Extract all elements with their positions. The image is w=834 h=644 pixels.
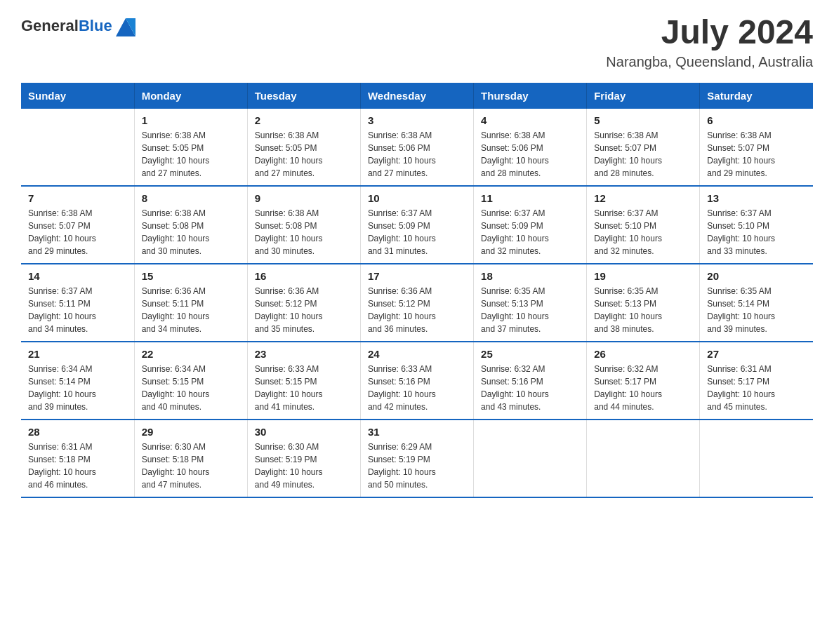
calendar-cell: 6Sunrise: 6:38 AM Sunset: 5:07 PM Daylig… bbox=[700, 109, 813, 186]
day-number: 30 bbox=[255, 426, 353, 438]
day-number: 9 bbox=[255, 192, 353, 204]
day-number: 22 bbox=[142, 348, 240, 360]
day-number: 31 bbox=[368, 426, 466, 438]
calendar-cell: 19Sunrise: 6:35 AM Sunset: 5:13 PM Dayli… bbox=[587, 264, 700, 342]
calendar-week-row: 21Sunrise: 6:34 AM Sunset: 5:14 PM Dayli… bbox=[21, 342, 813, 420]
header-tuesday: Tuesday bbox=[247, 83, 360, 109]
day-number: 24 bbox=[368, 348, 466, 360]
calendar-cell: 20Sunrise: 6:35 AM Sunset: 5:14 PM Dayli… bbox=[700, 264, 813, 342]
calendar-week-row: 1Sunrise: 6:38 AM Sunset: 5:05 PM Daylig… bbox=[21, 109, 813, 186]
calendar-cell: 3Sunrise: 6:38 AM Sunset: 5:06 PM Daylig… bbox=[360, 109, 473, 186]
header-wednesday: Wednesday bbox=[360, 83, 473, 109]
day-info: Sunrise: 6:35 AM Sunset: 5:13 PM Dayligh… bbox=[481, 285, 579, 335]
calendar-cell: 9Sunrise: 6:38 AM Sunset: 5:08 PM Daylig… bbox=[247, 186, 360, 264]
calendar-cell: 11Sunrise: 6:37 AM Sunset: 5:09 PM Dayli… bbox=[474, 186, 587, 264]
calendar-cell: 25Sunrise: 6:32 AM Sunset: 5:16 PM Dayli… bbox=[474, 342, 587, 420]
day-info: Sunrise: 6:36 AM Sunset: 5:11 PM Dayligh… bbox=[142, 285, 240, 335]
day-number: 28 bbox=[28, 426, 127, 438]
day-info: Sunrise: 6:31 AM Sunset: 5:18 PM Dayligh… bbox=[28, 441, 127, 491]
day-number: 1 bbox=[142, 114, 240, 126]
day-number: 16 bbox=[255, 270, 353, 282]
day-number: 23 bbox=[255, 348, 353, 360]
calendar-cell: 31Sunrise: 6:29 AM Sunset: 5:19 PM Dayli… bbox=[360, 420, 473, 497]
calendar-cell: 14Sunrise: 6:37 AM Sunset: 5:11 PM Dayli… bbox=[21, 264, 134, 342]
day-info: Sunrise: 6:30 AM Sunset: 5:19 PM Dayligh… bbox=[255, 441, 353, 491]
day-info: Sunrise: 6:38 AM Sunset: 5:08 PM Dayligh… bbox=[142, 207, 240, 257]
calendar-week-row: 28Sunrise: 6:31 AM Sunset: 5:18 PM Dayli… bbox=[21, 420, 813, 497]
day-info: Sunrise: 6:34 AM Sunset: 5:15 PM Dayligh… bbox=[142, 363, 240, 413]
location-subtitle: Narangba, Queensland, Australia bbox=[606, 54, 813, 70]
day-info: Sunrise: 6:37 AM Sunset: 5:11 PM Dayligh… bbox=[28, 285, 127, 335]
calendar-cell: 24Sunrise: 6:33 AM Sunset: 5:16 PM Dayli… bbox=[360, 342, 473, 420]
logo-blue: Blue bbox=[79, 17, 112, 34]
day-info: Sunrise: 6:35 AM Sunset: 5:13 PM Dayligh… bbox=[594, 285, 692, 335]
header-sunday: Sunday bbox=[21, 83, 134, 109]
calendar-cell: 4Sunrise: 6:38 AM Sunset: 5:06 PM Daylig… bbox=[474, 109, 587, 186]
header-thursday: Thursday bbox=[474, 83, 587, 109]
calendar-cell: 12Sunrise: 6:37 AM Sunset: 5:10 PM Dayli… bbox=[587, 186, 700, 264]
day-number: 11 bbox=[481, 192, 579, 204]
calendar-cell: 28Sunrise: 6:31 AM Sunset: 5:18 PM Dayli… bbox=[21, 420, 134, 497]
calendar-cell: 7Sunrise: 6:38 AM Sunset: 5:07 PM Daylig… bbox=[21, 186, 134, 264]
day-info: Sunrise: 6:35 AM Sunset: 5:14 PM Dayligh… bbox=[707, 285, 806, 335]
day-info: Sunrise: 6:32 AM Sunset: 5:17 PM Dayligh… bbox=[594, 363, 692, 413]
day-number: 14 bbox=[28, 270, 127, 282]
day-info: Sunrise: 6:37 AM Sunset: 5:10 PM Dayligh… bbox=[707, 207, 806, 257]
day-number: 6 bbox=[707, 114, 806, 126]
day-info: Sunrise: 6:29 AM Sunset: 5:19 PM Dayligh… bbox=[368, 441, 466, 491]
day-info: Sunrise: 6:33 AM Sunset: 5:16 PM Dayligh… bbox=[368, 363, 466, 413]
day-number: 27 bbox=[707, 348, 806, 360]
day-info: Sunrise: 6:38 AM Sunset: 5:06 PM Dayligh… bbox=[368, 129, 466, 180]
header-friday: Friday bbox=[587, 83, 700, 109]
day-number: 25 bbox=[481, 348, 579, 360]
calendar-cell: 27Sunrise: 6:31 AM Sunset: 5:17 PM Dayli… bbox=[700, 342, 813, 420]
day-info: Sunrise: 6:38 AM Sunset: 5:07 PM Dayligh… bbox=[28, 207, 127, 257]
calendar-cell: 13Sunrise: 6:37 AM Sunset: 5:10 PM Dayli… bbox=[700, 186, 813, 264]
day-number: 15 bbox=[142, 270, 240, 282]
day-number: 21 bbox=[28, 348, 127, 360]
calendar-cell: 10Sunrise: 6:37 AM Sunset: 5:09 PM Dayli… bbox=[360, 186, 473, 264]
page-header: GeneralBlue July 2024 Narangba, Queensla… bbox=[21, 14, 813, 70]
month-year-title: July 2024 bbox=[606, 14, 813, 51]
calendar-cell: 5Sunrise: 6:38 AM Sunset: 5:07 PM Daylig… bbox=[587, 109, 700, 186]
header-saturday: Saturday bbox=[700, 83, 813, 109]
day-number: 19 bbox=[594, 270, 692, 282]
day-number: 3 bbox=[368, 114, 466, 126]
calendar-cell bbox=[21, 109, 134, 186]
calendar-cell: 15Sunrise: 6:36 AM Sunset: 5:11 PM Dayli… bbox=[134, 264, 247, 342]
day-number: 2 bbox=[255, 114, 353, 126]
day-number: 26 bbox=[594, 348, 692, 360]
day-info: Sunrise: 6:34 AM Sunset: 5:14 PM Dayligh… bbox=[28, 363, 127, 413]
day-info: Sunrise: 6:36 AM Sunset: 5:12 PM Dayligh… bbox=[255, 285, 353, 335]
calendar-cell bbox=[700, 420, 813, 497]
calendar-cell: 29Sunrise: 6:30 AM Sunset: 5:18 PM Dayli… bbox=[134, 420, 247, 497]
day-number: 7 bbox=[28, 192, 127, 204]
day-info: Sunrise: 6:38 AM Sunset: 5:08 PM Dayligh… bbox=[255, 207, 353, 257]
calendar-cell: 26Sunrise: 6:32 AM Sunset: 5:17 PM Dayli… bbox=[587, 342, 700, 420]
day-number: 17 bbox=[368, 270, 466, 282]
day-info: Sunrise: 6:36 AM Sunset: 5:12 PM Dayligh… bbox=[368, 285, 466, 335]
calendar-cell: 8Sunrise: 6:38 AM Sunset: 5:08 PM Daylig… bbox=[134, 186, 247, 264]
day-info: Sunrise: 6:38 AM Sunset: 5:06 PM Dayligh… bbox=[481, 129, 579, 180]
logo-icon bbox=[114, 13, 137, 38]
day-info: Sunrise: 6:32 AM Sunset: 5:16 PM Dayligh… bbox=[481, 363, 579, 413]
header-monday: Monday bbox=[134, 83, 247, 109]
calendar-cell: 17Sunrise: 6:36 AM Sunset: 5:12 PM Dayli… bbox=[360, 264, 473, 342]
logo: GeneralBlue bbox=[21, 14, 137, 38]
day-info: Sunrise: 6:30 AM Sunset: 5:18 PM Dayligh… bbox=[142, 441, 240, 491]
day-info: Sunrise: 6:38 AM Sunset: 5:07 PM Dayligh… bbox=[594, 129, 692, 180]
day-number: 5 bbox=[594, 114, 692, 126]
day-number: 18 bbox=[481, 270, 579, 282]
calendar-cell bbox=[587, 420, 700, 497]
day-info: Sunrise: 6:38 AM Sunset: 5:07 PM Dayligh… bbox=[707, 129, 806, 180]
day-info: Sunrise: 6:38 AM Sunset: 5:05 PM Dayligh… bbox=[255, 129, 353, 180]
calendar-cell: 18Sunrise: 6:35 AM Sunset: 5:13 PM Dayli… bbox=[474, 264, 587, 342]
day-info: Sunrise: 6:37 AM Sunset: 5:09 PM Dayligh… bbox=[481, 207, 579, 257]
day-number: 20 bbox=[707, 270, 806, 282]
day-number: 12 bbox=[594, 192, 692, 204]
calendar-cell: 23Sunrise: 6:33 AM Sunset: 5:15 PM Dayli… bbox=[247, 342, 360, 420]
day-number: 8 bbox=[142, 192, 240, 204]
logo-general: General bbox=[21, 17, 79, 34]
day-number: 29 bbox=[142, 426, 240, 438]
day-info: Sunrise: 6:31 AM Sunset: 5:17 PM Dayligh… bbox=[707, 363, 806, 413]
